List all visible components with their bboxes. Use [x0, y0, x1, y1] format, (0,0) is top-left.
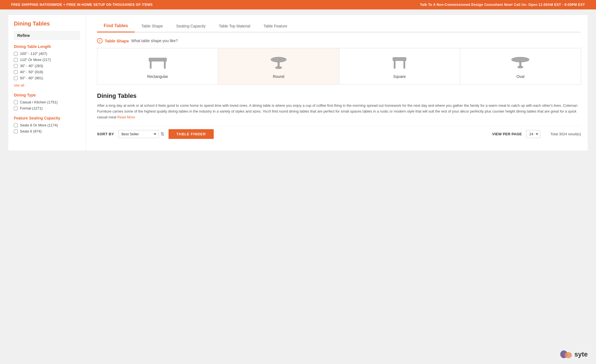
shape-question: What table shape you like? [131, 39, 178, 43]
oval-label: Oval [516, 74, 524, 79]
announcement-bar: FREE SHIPPING NATIONWIDE + FREE IN-HOME … [0, 0, 596, 9]
refine-label: Refine [14, 31, 80, 40]
shape-card-round[interactable]: Round [218, 48, 339, 84]
tab-table-feature[interactable]: Table Feature [257, 21, 294, 32]
tab-seating-capacity[interactable]: Seating Capacity [170, 21, 212, 32]
svg-rect-7 [394, 61, 395, 68]
filter-label-40-50: 40" - 50" (618) [20, 70, 43, 74]
checkbox-casual-kitchen[interactable] [14, 100, 18, 104]
rectangular-icon [147, 55, 169, 72]
filter-label-110-more: 110" Or More (217) [20, 58, 51, 62]
dining-tables-heading: Dining Tables [97, 92, 581, 100]
sort-select-wrapper: Best Seller Price: Low to High Price: Hi… [118, 130, 164, 138]
dining-type-section: Dining Type Casual / Kitchen (1751) Form… [14, 93, 80, 110]
content-area: Dining Tables Refine Dining Table Length… [8, 15, 588, 151]
filter-item-length-4: 40" - 50" (618) [14, 70, 80, 74]
filter-item-length-2: 110" Or More (217) [14, 58, 80, 62]
round-label: Round [273, 74, 284, 79]
tabs-container: Find Tables Table Shape Seating Capacity… [97, 21, 581, 32]
sort-order-icon[interactable]: ⇅ [161, 131, 164, 137]
main-content: Find Tables Table Shape Seating Capacity… [90, 15, 588, 151]
shape-title: Table Shape [105, 39, 129, 43]
table-finder-button[interactable]: TABLE FINDER [169, 129, 213, 139]
svg-rect-2 [164, 61, 165, 68]
checkbox-100-110[interactable] [14, 52, 18, 56]
svg-point-9 [511, 57, 529, 62]
syte-label: syte [574, 350, 588, 358]
announcement-right: Talk To A Non-Commissioned Design Consul… [420, 3, 585, 7]
read-more-link[interactable]: Read More [117, 115, 135, 119]
sort-bar: SORT BY Best Seller Price: Low to High P… [97, 126, 581, 142]
svg-point-5 [275, 67, 282, 69]
seating-capacity-title: Feature Seating Capacity [14, 116, 80, 120]
checkbox-30-40[interactable] [14, 64, 18, 68]
svg-rect-6 [393, 57, 406, 61]
filter-label-100-110: 100" - 110" (407) [20, 52, 47, 56]
tab-find-tables[interactable]: Find Tables [97, 21, 135, 32]
shape-card-oval[interactable]: Oval [460, 48, 581, 84]
sort-select[interactable]: Best Seller Price: Low to High Price: Hi… [118, 130, 159, 138]
svg-rect-4 [278, 62, 279, 67]
seating-capacity-section: Feature Seating Capacity Seats 8 Or More… [14, 116, 80, 133]
dining-tables-description: After a long day at work or at school it… [97, 103, 581, 120]
square-label: Square [393, 74, 406, 79]
per-page-select[interactable]: 24 48 96 [526, 130, 540, 138]
filter-label-seats-8-more: Seats 8 Or More (1174) [20, 123, 58, 127]
tab-table-shape[interactable]: Table Shape [135, 21, 170, 32]
oval-icon [509, 55, 531, 72]
sort-by-label: SORT BY [97, 132, 114, 136]
filter-label-seats-6: Seats 6 (974) [20, 129, 42, 133]
dining-table-length-title: Dining Table Length [14, 44, 80, 49]
filter-item-seats-6: Seats 6 (974) [14, 129, 80, 133]
filter-label-30-40: 30" - 40" (263) [20, 64, 43, 68]
filter-item-type-2: Formal (1271) [14, 106, 80, 110]
sidebar: Dining Tables Refine Dining Table Length… [8, 15, 86, 151]
round-icon [268, 55, 290, 72]
filter-label-casual-kitchen: Casual / Kitchen (1751) [20, 100, 58, 104]
rectangular-label: Rectangular [147, 74, 168, 79]
shape-cards-container: Rectangular Round [97, 48, 581, 85]
syte-logo [560, 350, 572, 358]
dining-type-title: Dining Type [14, 93, 80, 97]
syte-branding: syte [560, 350, 588, 358]
checkbox-110-more[interactable] [14, 58, 18, 62]
filter-item-length-5: 50" - 60" (901) [14, 76, 80, 80]
shape-card-rectangular[interactable]: Rectangular [97, 48, 218, 84]
svg-point-3 [271, 57, 286, 62]
svg-rect-0 [149, 58, 167, 61]
checkbox-50-60[interactable] [14, 76, 18, 80]
checkbox-formal[interactable] [14, 106, 18, 110]
svg-rect-1 [150, 61, 151, 68]
filter-item-seats-8: Seats 8 Or More (1174) [14, 123, 80, 127]
square-icon [388, 55, 411, 72]
total-results: Total 3024 result(s) [550, 132, 581, 136]
filter-item-length-1: 100" - 110" (407) [14, 52, 80, 56]
filter-item-type-1: Casual / Kitchen (1751) [14, 100, 80, 104]
shape-card-square[interactable]: Square [339, 48, 460, 84]
filter-label-formal: Formal (1271) [20, 106, 43, 110]
checkbox-40-50[interactable] [14, 70, 18, 74]
filter-label-50-60: 50" - 60" (901) [20, 76, 43, 80]
announcement-left: FREE SHIPPING NATIONWIDE + FREE IN-HOME … [11, 3, 153, 7]
sidebar-title: Dining Tables [14, 21, 80, 27]
see-all-length-link[interactable]: see all [14, 83, 24, 87]
view-per-page-label: VIEW PER PAGE [492, 132, 522, 136]
svg-point-11 [518, 66, 523, 68]
svg-point-13 [565, 352, 572, 358]
page-wrapper: Dining Tables Refine Dining Table Length… [0, 9, 596, 362]
tab-table-top-material[interactable]: Table Top Material [212, 21, 257, 32]
checkbox-seats-8-more[interactable] [14, 123, 18, 127]
checkbox-seats-6[interactable] [14, 129, 18, 133]
shape-section-header: i Table Shape What table shape you like? [97, 38, 581, 44]
dining-table-length-section: Dining Table Length 100" - 110" (407) 11… [14, 44, 80, 87]
info-icon: i [97, 38, 103, 44]
svg-rect-8 [404, 61, 405, 68]
per-page-select-wrapper: 24 48 96 [526, 130, 540, 138]
filter-item-length-3: 30" - 40" (263) [14, 64, 80, 68]
